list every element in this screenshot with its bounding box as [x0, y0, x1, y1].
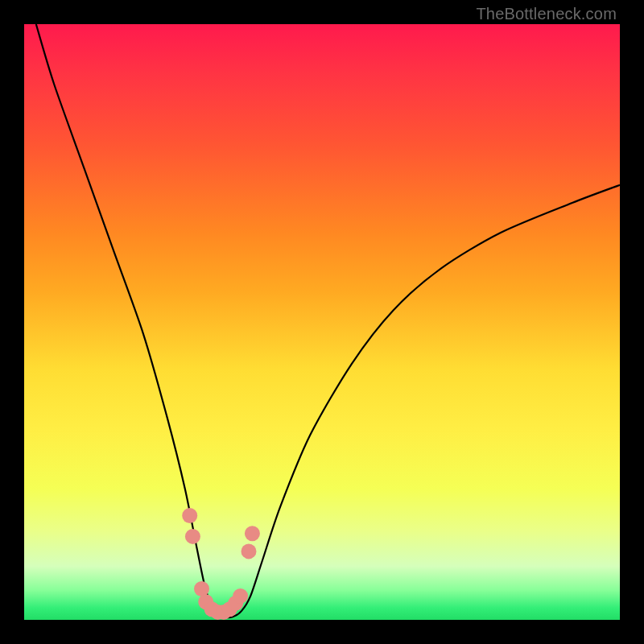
marker-dot [182, 508, 197, 523]
marker-dot [233, 588, 248, 604]
marker-dot [210, 605, 225, 620]
marker-dot [216, 605, 231, 620]
marker-dot [228, 596, 243, 611]
marker-dot [185, 529, 200, 544]
marker-dot [194, 581, 209, 597]
marker-dot [241, 543, 256, 559]
bottleneck-curve-svg [24, 24, 620, 620]
marker-dot [204, 601, 220, 617]
marker-dot [222, 601, 237, 617]
marker-dot [245, 526, 260, 541]
chart-area [24, 24, 620, 620]
highlight-dots [182, 508, 260, 620]
marker-dot [198, 594, 213, 609]
bottleneck-curve [36, 24, 620, 617]
watermark-text: TheBottleneck.com [476, 5, 617, 23]
